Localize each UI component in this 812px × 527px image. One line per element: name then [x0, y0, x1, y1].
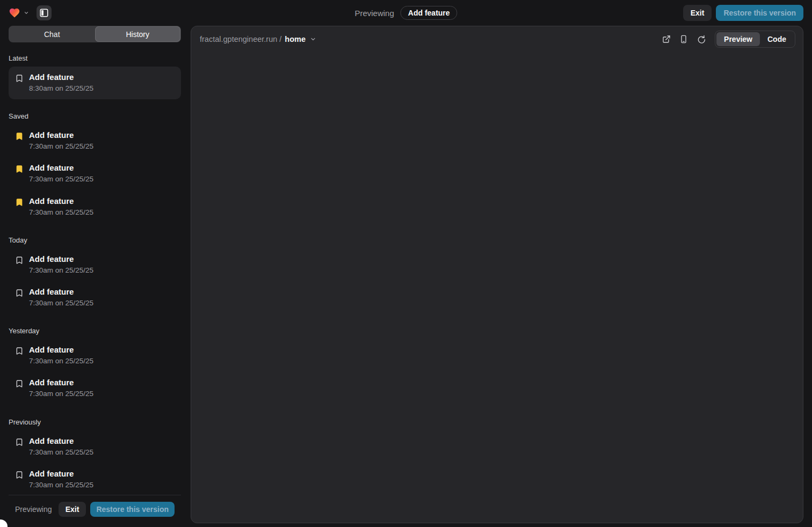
external-link-icon: [662, 35, 671, 43]
history-item-title: Add feature: [29, 163, 93, 173]
history-item[interactable]: Add feature 8:30am on 25/25/25: [9, 67, 181, 99]
history-item[interactable]: Add feature 7:30am on 25/25/25: [9, 248, 181, 281]
previewing-status-label: Previewing: [15, 505, 52, 514]
url-breadcrumb[interactable]: fractal.gptengineer.run / home: [200, 35, 316, 43]
exit-button[interactable]: Exit: [59, 502, 86, 517]
history-item-time: 7:30am on 25/25/25: [29, 266, 93, 275]
restore-version-button[interactable]: Restore this version: [716, 5, 803, 21]
section-title-today: Today: [9, 236, 181, 244]
history-item[interactable]: Add feature 7:30am on 25/25/25: [9, 372, 181, 405]
section-title-yesterday: Yesterday: [9, 327, 181, 335]
history-item-time: 7:30am on 25/25/25: [29, 142, 93, 151]
history-item-time: 7:30am on 25/25/25: [29, 481, 93, 489]
bookmark-icon[interactable]: [15, 379, 24, 388]
history-item-title: Add feature: [29, 469, 93, 479]
history-sidebar: Chat History Latest Add feature 8:30am o…: [9, 26, 181, 523]
history-item[interactable]: Add feature 7:30am on 25/25/25: [9, 191, 181, 223]
topbar-actions: Exit Restore this version: [683, 5, 803, 21]
history-item[interactable]: Add feature 7:30am on 25/25/25: [9, 430, 181, 463]
refresh-button[interactable]: [693, 32, 708, 47]
history-item-title: Add feature: [29, 345, 93, 355]
history-item-title: Add feature: [29, 287, 93, 297]
history-item-title: Add feature: [29, 196, 93, 206]
section-title-saved: Saved: [9, 112, 181, 120]
topbar-left-group: [9, 5, 52, 20]
tab-preview[interactable]: Preview: [716, 32, 760, 46]
chevron-down-icon[interactable]: [310, 36, 316, 42]
history-item-title: Add feature: [29, 254, 93, 264]
bookmark-icon[interactable]: [15, 289, 24, 297]
open-external-button[interactable]: [659, 32, 674, 47]
history-item-time: 7:30am on 25/25/25: [29, 175, 93, 184]
tab-chat[interactable]: Chat: [9, 26, 95, 42]
history-item[interactable]: Add feature 7:30am on 25/25/25: [9, 339, 181, 372]
bookmark-icon[interactable]: [15, 438, 24, 447]
url-domain: fractal.gptengineer.run /: [200, 35, 281, 43]
history-item-time: 8:30am on 25/25/25: [29, 84, 93, 93]
history-item-time: 7:30am on 25/25/25: [29, 448, 93, 457]
history-item-time: 7:30am on 25/25/25: [29, 299, 93, 308]
refresh-icon: [697, 35, 705, 43]
tab-history[interactable]: History: [95, 26, 181, 42]
preview-header: fractal.gptengineer.run / home Preview C…: [191, 26, 803, 52]
history-item-title: Add feature: [29, 72, 93, 82]
previewing-status-group: Previewing Add feature: [354, 0, 457, 26]
mobile-view-button[interactable]: [676, 32, 691, 47]
top-bar: Previewing Add feature Exit Restore this…: [0, 0, 812, 26]
chevron-down-icon[interactable]: [24, 10, 29, 16]
bookmark-icon[interactable]: [15, 256, 24, 265]
preview-viewport[interactable]: [191, 52, 803, 523]
history-list[interactable]: Latest Add feature 8:30am on 25/25/25 Sa…: [9, 42, 181, 495]
version-badge[interactable]: Add feature: [401, 6, 458, 20]
bookmark-filled-icon[interactable]: [15, 165, 24, 173]
bookmark-icon[interactable]: [15, 74, 24, 83]
sidebar-toggle-button[interactable]: [37, 5, 52, 20]
history-item-title: Add feature: [29, 378, 93, 387]
preview-panel: fractal.gptengineer.run / home Preview C…: [191, 26, 803, 523]
tab-code[interactable]: Code: [760, 32, 794, 46]
history-item-time: 7:30am on 25/25/25: [29, 390, 93, 398]
section-title-latest: Latest: [9, 54, 181, 62]
section-title-previously: Previously: [9, 418, 181, 426]
url-page: home: [285, 35, 306, 43]
chat-history-tabs: Chat History: [9, 26, 181, 42]
preview-code-toggle: Preview Code: [715, 31, 795, 48]
history-item-time: 7:30am on 25/25/25: [29, 208, 93, 217]
restore-version-button[interactable]: Restore this version: [90, 502, 175, 517]
preview-actions: Preview Code: [659, 31, 795, 48]
bookmark-filled-icon[interactable]: [15, 198, 24, 207]
history-item-time: 7:30am on 25/25/25: [29, 357, 93, 365]
history-item[interactable]: Add feature 7:30am on 25/25/25: [9, 157, 181, 190]
bookmark-icon[interactable]: [15, 471, 24, 479]
history-item[interactable]: Add feature 7:30am on 25/25/25: [9, 281, 181, 314]
history-item[interactable]: Add feature 7:30am on 25/25/25: [9, 463, 181, 495]
lovable-heart-logo[interactable]: [9, 7, 20, 19]
bookmark-filled-icon[interactable]: [15, 132, 24, 141]
bookmark-icon[interactable]: [15, 347, 24, 355]
mobile-device-icon: [679, 35, 688, 43]
history-item-title: Add feature: [29, 130, 93, 140]
previewing-label: Previewing: [354, 9, 394, 18]
history-item-title: Add feature: [29, 436, 93, 446]
exit-button[interactable]: Exit: [683, 5, 712, 21]
corner-overlay-artifact: [0, 519, 8, 527]
history-item[interactable]: Add feature 7:30am on 25/25/25: [9, 125, 181, 157]
panel-left-icon: [39, 8, 49, 18]
sidebar-footer: Previewing Exit Restore this version: [9, 495, 181, 523]
